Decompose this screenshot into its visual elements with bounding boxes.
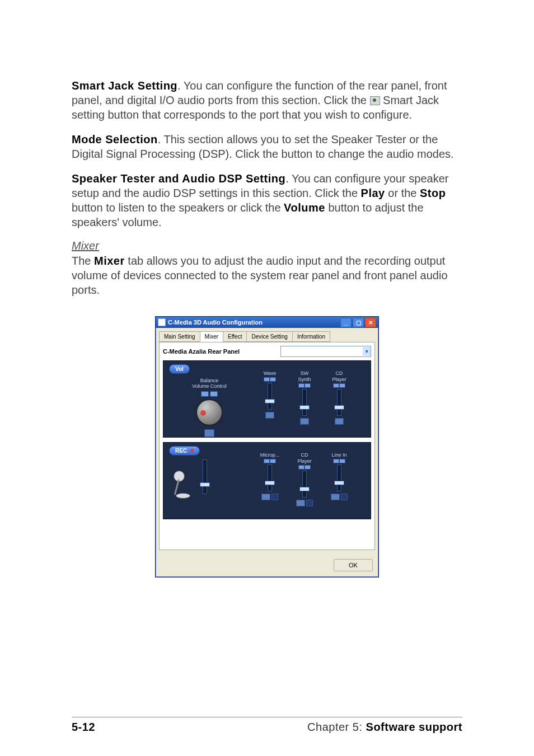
channel-sublabel: Player [328,377,350,382]
ok-button[interactable]: OK [334,559,373,571]
record-panel: REC Microp... [163,442,371,519]
window-buttons: _ ▢ ✕ [340,318,376,327]
kw-play: Play [361,187,385,199]
channel-mute-button[interactable] [296,500,305,506]
channel-mute-button[interactable] [261,494,270,500]
channel-sw-synth: SW Synth [293,371,316,425]
channel-balance[interactable] [333,383,345,388]
kw-stop: Stop [420,187,446,199]
chapter-label: Chapter 5: Software support [307,721,462,734]
page-footer: 5-12 Chapter 5: Software support [72,717,462,734]
channel-balance[interactable] [264,377,276,382]
chevron-down-icon: ▾ [363,347,371,356]
window-title: C-Media 3D Audio Configuration [168,319,340,326]
channel-microphone: Microp... [259,453,281,506]
channel-mute-button[interactable] [300,418,309,425]
microphone-icon [174,471,194,499]
channel-mute-button[interactable] [335,418,344,425]
channel-volume-slider[interactable] [337,389,341,416]
paragraph-mixer: The Mixer tab allows you to adjust the a… [72,253,462,297]
playback-panel: Vol Balance Volume Control Wave [163,360,371,438]
tab-main-setting[interactable]: Main Setting [159,331,200,342]
device-select[interactable]: ▾ [280,346,371,357]
tabs: Main Setting Mixer Effect Device Setting… [159,331,375,342]
channel-sublabel: Player [293,459,316,464]
channel-wave: Wave [259,371,281,425]
channel-balance[interactable] [264,459,276,463]
channel-mute-button[interactable] [331,494,340,500]
record-master-slider[interactable] [203,459,207,494]
channel-label: Wave [259,371,281,376]
master-volume-knob[interactable] [196,399,223,426]
minimize-button[interactable]: _ [340,318,352,327]
document-page: Smart Jack Setting. You can configure th… [0,0,534,756]
channel-label: CD [328,371,350,376]
playback-channels: Wave SW Synth [259,371,350,425]
kw-mixer: Mixer [94,255,125,267]
channel-balance[interactable] [333,459,345,463]
channel-volume-slider[interactable] [302,389,307,416]
para3-text-b: or the [385,187,420,199]
channel-volume-slider[interactable] [337,464,341,491]
heading-mode-selection: Mode Selection [72,133,158,145]
volume-control-label: Volume Control [170,383,249,389]
section-title-mixer: Mixer [72,240,462,252]
master-volume-area: Balance Volume Control [170,378,249,437]
master-balance[interactable] [201,391,218,397]
record-channels: Microp... CD Player [259,453,350,506]
page-number: 5-12 [72,721,95,734]
channel-volume-slider[interactable] [268,464,272,491]
tab-information[interactable]: Information [292,331,330,342]
para4-text-b: tab allows you to adjust the audio input… [72,255,448,296]
channel-sublabel: Synth [293,377,316,382]
app-window: C-Media 3D Audio Configuration _ ▢ ✕ Mai… [155,316,379,577]
channel-mute-button[interactable] [265,412,274,419]
dialog-buttons: OK [156,553,378,577]
channel-label: CD [293,453,316,458]
tab-mixer[interactable]: Mixer [200,331,223,342]
chapter-bold: Software support [366,721,462,733]
channel-select-button[interactable] [271,494,278,500]
maximize-button[interactable]: ▢ [353,318,364,327]
vol-panel-title: Vol [169,364,190,374]
smart-jack-icon [370,96,380,105]
channel-label: Line In [328,453,350,458]
channel-cd-player: CD Player [328,371,350,425]
master-mute-button[interactable] [204,429,214,437]
paragraph-speaker-tester: Speaker Tester and Audio DSP Setting. Yo… [72,171,462,229]
paragraph-smart-jack: Smart Jack Setting. You can configure th… [72,78,462,122]
kw-volume: Volume [284,201,325,214]
rec-panel-title: REC [169,446,200,456]
channel-select-button[interactable] [341,494,348,500]
device-row: C-Media Azalia Rear Panel ▾ [163,346,371,357]
channel-volume-slider[interactable] [302,471,307,497]
mixer-window-image: C-Media 3D Audio Configuration _ ▢ ✕ Mai… [155,316,379,577]
heading-speaker-tester: Speaker Tester and Audio DSP Setting [72,172,285,185]
chapter-pre: Chapter 5: [307,721,366,733]
app-icon [158,318,166,326]
channel-select-button[interactable] [306,500,313,506]
tab-device-setting[interactable]: Device Setting [246,331,292,342]
channel-label: Microp... [259,453,281,458]
channel-volume-slider[interactable] [268,383,272,410]
close-button[interactable]: ✕ [365,318,376,327]
channel-balance[interactable] [298,465,311,469]
channel-balance[interactable] [298,383,311,388]
device-label: C-Media Azalia Rear Panel [163,348,240,355]
record-master-slider-area [203,459,207,494]
channel-line-in: Line In [328,453,350,506]
balance-label: Balance [170,378,249,383]
para3-text-c: button to listen to the speakers or clic… [72,201,284,214]
tab-body: C-Media Azalia Rear Panel ▾ Vol Balance … [159,342,375,550]
titlebar: C-Media 3D Audio Configuration _ ▢ ✕ [156,317,378,328]
empty-area [163,524,371,546]
channel-label: SW [293,371,316,376]
channel-rec-cd-player: CD Player [293,453,316,506]
paragraph-mode-selection: Mode Selection. This section allows you … [72,132,462,161]
heading-smart-jack: Smart Jack Setting [72,79,177,92]
para4-text-a: The [72,255,94,267]
tab-effect[interactable]: Effect [223,331,247,342]
